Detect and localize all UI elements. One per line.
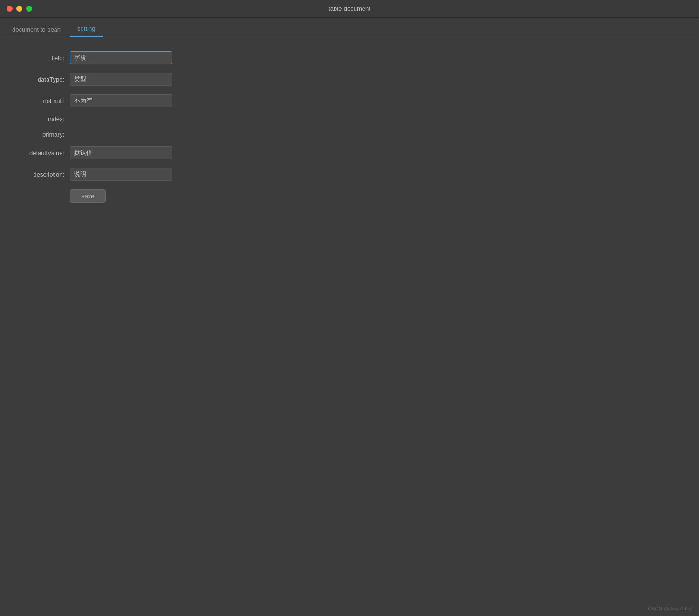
footer-text: CSDN @JavaArtist — [648, 606, 692, 611]
window-controls — [7, 6, 32, 12]
maximize-button[interactable] — [26, 6, 32, 12]
description-input[interactable] — [70, 168, 172, 181]
tab-bar: document to bean setting — [0, 18, 699, 37]
field-input[interactable] — [70, 51, 172, 64]
defaultvalue-label: defaultValue: — [19, 150, 70, 157]
datatype-input[interactable] — [70, 73, 172, 86]
main-content: field: dataType: not null: index: primar… — [0, 37, 699, 217]
index-label: index: — [19, 116, 70, 123]
notnull-label: not null: — [19, 97, 70, 104]
description-row: description: — [19, 168, 680, 181]
footer: CSDN @JavaArtist — [648, 606, 692, 611]
field-label: field: — [19, 55, 70, 62]
window-title: table-document — [329, 5, 370, 12]
datatype-row: dataType: — [19, 73, 680, 86]
notnull-input[interactable] — [70, 94, 172, 107]
tab-document-to-bean[interactable]: document to bean — [5, 22, 68, 37]
index-row: index: — [19, 116, 680, 123]
primary-row: primary: — [19, 131, 680, 138]
notnull-row: not null: — [19, 94, 680, 107]
title-bar: table-document — [0, 0, 699, 18]
save-row: save — [19, 189, 680, 203]
minimize-button[interactable] — [16, 6, 22, 12]
datatype-label: dataType: — [19, 76, 70, 83]
defaultvalue-row: defaultValue: — [19, 146, 680, 159]
save-button[interactable]: save — [70, 189, 106, 203]
defaultvalue-input[interactable] — [70, 146, 172, 159]
field-row: field: — [19, 51, 680, 64]
description-label: description: — [19, 171, 70, 178]
close-button[interactable] — [7, 6, 13, 12]
primary-label: primary: — [19, 131, 70, 138]
tab-setting[interactable]: setting — [70, 21, 103, 37]
